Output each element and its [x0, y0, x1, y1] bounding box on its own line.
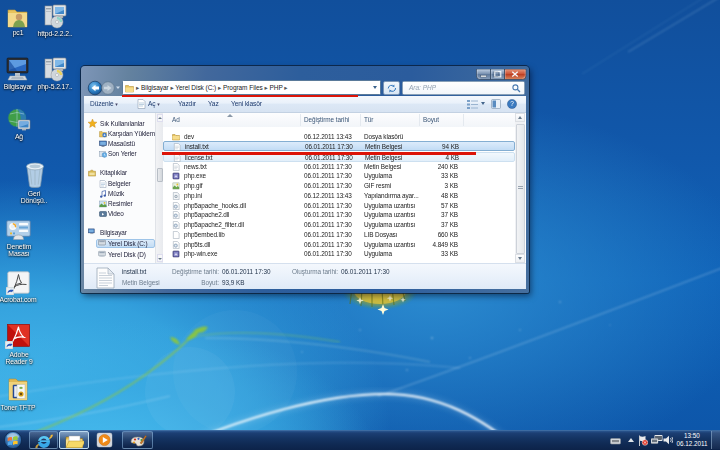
svg-text:?: ? — [510, 100, 514, 107]
